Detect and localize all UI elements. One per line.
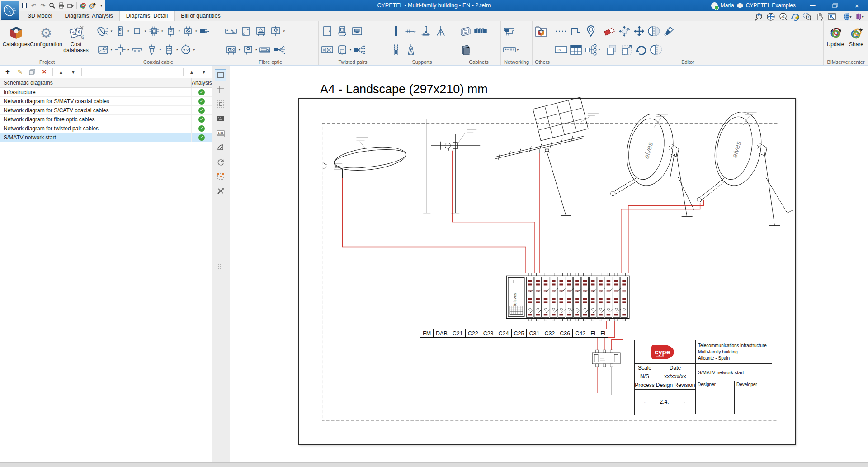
splitter-box-icon[interactable] — [130, 24, 144, 38]
scale-icon[interactable] — [620, 43, 633, 57]
field-meter-icon[interactable] — [96, 43, 110, 57]
tp-cable-icon[interactable] — [353, 43, 366, 57]
zoom-extents-icon[interactable] — [766, 12, 775, 21]
tools-icon[interactable] — [215, 185, 226, 197]
zoom-x2-icon[interactable]: x2 — [778, 12, 788, 21]
add-icon[interactable]: + — [4, 68, 12, 76]
protractor-icon[interactable] — [215, 142, 226, 153]
viewport-icon[interactable] — [215, 69, 226, 81]
tab-diagrams-detail[interactable]: Diagrams: Detail — [119, 11, 175, 21]
dotted-line-icon[interactable] — [554, 24, 568, 38]
pan-hand-icon[interactable] — [815, 12, 824, 21]
splitter-grip[interactable] — [218, 264, 222, 269]
otdr-box-icon[interactable] — [241, 43, 255, 57]
orbit-icon[interactable] — [215, 156, 226, 168]
tree-icon[interactable] — [584, 43, 598, 57]
duplicate-icon[interactable] — [28, 68, 36, 76]
app-logo-icon[interactable] — [1, 1, 19, 20]
collapse-up-icon[interactable]: ▲ — [188, 68, 196, 76]
wall-cabinet-icon[interactable] — [459, 24, 472, 38]
pin-icon[interactable] — [584, 24, 598, 38]
lattice-icon[interactable] — [389, 43, 403, 57]
collapse-down-icon[interactable]: ▼ — [200, 68, 208, 76]
textbox-icon[interactable]: Tx... — [554, 43, 568, 57]
wall-box-icon[interactable] — [239, 24, 253, 38]
update-button[interactable]: Update — [826, 23, 845, 58]
splice-box-icon[interactable] — [224, 43, 238, 57]
close-button[interactable]: × — [846, 0, 868, 11]
tap2-icon[interactable] — [162, 43, 176, 57]
attenuator-icon[interactable] — [145, 43, 159, 57]
list-item-selected[interactable]: S/MATV network start ✓ — [0, 133, 212, 142]
zoom-window-icon[interactable] — [803, 12, 812, 21]
cabinet-door-icon[interactable] — [321, 24, 334, 38]
dimension-icon[interactable]: 1.00 — [215, 127, 226, 139]
pedestal-icon[interactable] — [419, 24, 433, 38]
help-book-icon[interactable]: ▼ — [855, 12, 864, 21]
rotate-icon[interactable] — [635, 43, 648, 57]
patch-panel-icon[interactable] — [321, 43, 334, 57]
snap-icon[interactable] — [215, 98, 226, 110]
polyline-icon[interactable] — [569, 24, 583, 38]
share-button[interactable]: Share — [846, 23, 866, 58]
dish-antenna-icon[interactable] — [96, 24, 110, 38]
move-icon[interactable] — [632, 24, 646, 38]
warn-box-icon[interactable] — [254, 24, 268, 38]
globe-icon[interactable]: ▼ — [843, 12, 852, 21]
splice-tray-icon[interactable] — [258, 43, 272, 57]
fibre-cable-icon[interactable] — [273, 43, 287, 57]
chip-icon[interactable] — [147, 24, 161, 38]
rj45-jack-icon[interactable] — [335, 24, 349, 38]
copy-icon[interactable] — [605, 43, 618, 57]
selection-icon[interactable] — [215, 171, 226, 182]
restore-button[interactable] — [824, 0, 846, 11]
mirror-copy-icon[interactable] — [647, 24, 661, 38]
eraser-icon[interactable] — [603, 24, 616, 38]
bim-folder-icon[interactable] — [534, 24, 548, 38]
f-connector-icon[interactable] — [198, 24, 212, 38]
keyboard-icon[interactable] — [215, 113, 226, 124]
user-avatar[interactable] — [711, 2, 718, 9]
drawing-canvas[interactable]: A4 - Landscape (297x210) mm — [230, 66, 868, 462]
stretch-icon[interactable] — [618, 24, 631, 38]
mast-icon[interactable] — [389, 24, 403, 38]
comb-filter-icon[interactable] — [130, 43, 144, 57]
user-name[interactable]: Maria — [721, 2, 734, 9]
floor-cabinet-icon[interactable] — [459, 43, 472, 57]
mirror-icon[interactable] — [650, 43, 663, 57]
delete-icon[interactable]: × — [40, 68, 48, 76]
grid-icon[interactable] — [215, 84, 226, 95]
cost-databases-button[interactable]: $€⚙ Cost databases — [61, 23, 90, 58]
switch-icon[interactable] — [503, 43, 516, 57]
configuration-button[interactable]: ⚙ Configuration — [32, 23, 61, 58]
zoom-previous-icon[interactable] — [754, 12, 763, 21]
list-item[interactable]: Network diagram for fibre optic cables ✓ — [0, 115, 212, 124]
move-up-icon[interactable]: ▲ — [57, 68, 65, 76]
list-item[interactable]: Network diagram for twisted pair cables … — [0, 124, 212, 133]
rj45-port-icon[interactable] — [350, 24, 364, 38]
meter-box-icon[interactable] — [269, 24, 283, 38]
tripod-icon[interactable] — [434, 24, 448, 38]
tab-3d-model[interactable]: 3D Model — [22, 11, 59, 21]
din-blocks-icon[interactable] — [474, 24, 487, 38]
bim-cube-icon[interactable] — [737, 2, 743, 9]
wall-anchor-icon[interactable] — [404, 24, 418, 38]
list-item[interactable]: Network diagram for S/MATV coaxial cable… — [0, 97, 212, 106]
tap-box-icon[interactable] — [164, 24, 178, 38]
amplifier-icon[interactable] — [113, 24, 127, 38]
patch-strip-icon[interactable] — [224, 24, 238, 38]
catalogues-button[interactable]: Catalogues — [2, 23, 31, 58]
tv-socket-icon[interactable] — [179, 43, 193, 57]
list-item[interactable]: Network diagram for S/CATV coaxial cable… — [0, 106, 212, 115]
minimize-button[interactable]: — — [802, 0, 824, 11]
redraw-icon[interactable] — [791, 12, 800, 21]
nic-card-icon[interactable] — [503, 24, 516, 38]
tab-bill-of-quantities[interactable]: Bill of quantities — [175, 11, 227, 21]
tab-diagrams-analysis[interactable]: Diagrams: Analysis — [59, 11, 119, 21]
tower-icon[interactable] — [404, 43, 418, 57]
brush-icon[interactable] — [662, 24, 676, 38]
socket-box-icon[interactable] — [335, 43, 349, 57]
list-item[interactable]: Infrastructure ✓ — [0, 88, 212, 97]
edit-icon[interactable]: ✎ — [16, 68, 24, 76]
move-down-icon[interactable]: ▼ — [69, 68, 77, 76]
